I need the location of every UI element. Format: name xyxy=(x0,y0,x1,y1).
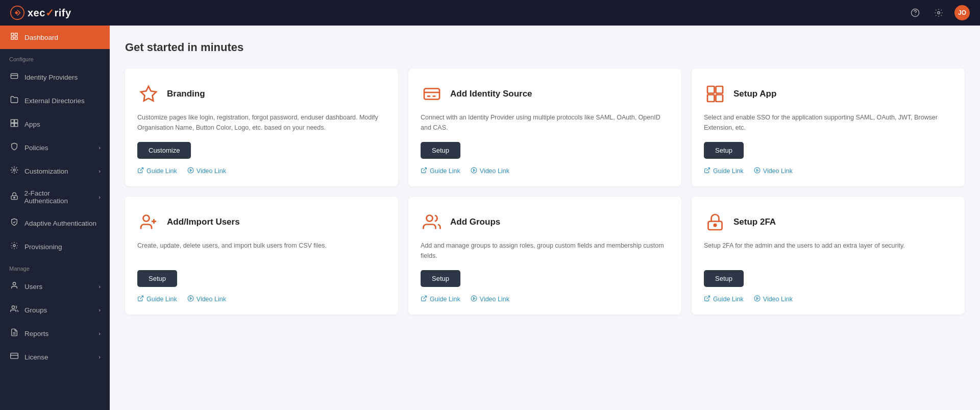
license-icon xyxy=(9,352,19,362)
identity-source-guide-link[interactable]: Guide Link xyxy=(421,167,460,175)
svg-point-39 xyxy=(754,167,760,173)
settings-button[interactable] xyxy=(931,5,946,20)
sidebar-item-policies[interactable]: Policies › xyxy=(0,136,110,159)
card-add-users-title: Add/Import Users xyxy=(167,217,240,227)
branding-video-link[interactable]: Video Link xyxy=(187,167,226,175)
customization-chevron-icon: › xyxy=(99,168,101,174)
video-icon xyxy=(187,167,194,175)
manage-section-label: Manage xyxy=(0,258,110,275)
card-add-groups-links: Guide Link Video Link xyxy=(421,295,669,303)
add-groups-setup-button[interactable]: Setup xyxy=(421,270,460,287)
guide-icon-4 xyxy=(137,295,144,303)
card-add-groups: Add Groups Add and manage groups to assi… xyxy=(408,197,681,315)
svg-point-13 xyxy=(13,169,15,171)
add-groups-video-link[interactable]: Video Link xyxy=(471,295,509,303)
user-avatar[interactable]: JO xyxy=(954,5,970,20)
svg-rect-11 xyxy=(11,124,14,127)
svg-marker-55 xyxy=(756,297,758,299)
add-users-guide-link[interactable]: Guide Link xyxy=(137,295,177,303)
video-icon-4 xyxy=(187,295,194,303)
sidebar-item-customization[interactable]: Customization › xyxy=(0,159,110,183)
setup-2fa-setup-button[interactable]: Setup xyxy=(704,270,744,287)
card-setup-app-header: Setup App xyxy=(704,83,952,105)
svg-point-17 xyxy=(13,282,15,285)
video-icon-5 xyxy=(471,295,477,303)
card-branding: Branding Customize pages like login, reg… xyxy=(125,68,398,186)
add-users-video-link[interactable]: Video Link xyxy=(187,295,226,303)
setup-2fa-guide-link[interactable]: Guide Link xyxy=(704,295,744,303)
header: xec✓rify JO xyxy=(0,0,980,26)
svg-rect-9 xyxy=(11,119,14,123)
card-branding-title: Branding xyxy=(167,89,205,99)
add-users-setup-button[interactable]: Setup xyxy=(137,270,177,287)
card-setup-2fa-links: Guide Link Video Link xyxy=(704,295,952,303)
identity-providers-icon xyxy=(9,72,19,82)
svg-rect-8 xyxy=(11,74,17,78)
sidebar-item-dashboard[interactable]: Dashboard xyxy=(0,26,110,49)
sidebar-item-reports[interactable]: Reports › xyxy=(0,322,110,345)
sidebar-item-2fa[interactable]: 2-Factor Authentication › xyxy=(0,183,110,211)
svg-point-3 xyxy=(938,12,940,14)
svg-rect-15 xyxy=(13,197,15,198)
card-setup-2fa: Setup 2FA Setup 2FA for the admin and th… xyxy=(692,197,965,315)
sidebar-item-identity-providers[interactable]: Identity Providers xyxy=(0,65,110,89)
cards-grid: Branding Customize pages like login, reg… xyxy=(125,68,965,315)
help-icon xyxy=(911,8,920,17)
card-add-users-description: Create, update, delete users, and import… xyxy=(137,240,386,261)
guide-icon-6 xyxy=(704,295,710,303)
sidebar-item-license[interactable]: License › xyxy=(0,345,110,369)
sidebar: Dashboard Configure Identity Providers E… xyxy=(0,26,110,410)
branding-customize-button[interactable]: Customize xyxy=(137,142,191,159)
card-add-users-links: Guide Link Video Link xyxy=(137,295,386,303)
add-groups-guide-link[interactable]: Guide Link xyxy=(421,295,460,303)
card-add-identity-source: Add Identity Source Connect with an Iden… xyxy=(408,68,681,186)
sidebar-item-groups[interactable]: Groups › xyxy=(0,298,110,322)
svg-rect-37 xyxy=(716,95,723,102)
sidebar-dashboard-label: Dashboard xyxy=(24,34,58,41)
2fa-chevron-icon: › xyxy=(99,194,101,200)
reports-chevron-icon: › xyxy=(99,330,101,336)
provisioning-icon xyxy=(9,242,19,252)
setup-app-guide-link[interactable]: Guide Link xyxy=(704,167,744,175)
adaptive-auth-icon xyxy=(9,218,19,228)
svg-marker-50 xyxy=(473,297,475,299)
sidebar-item-adaptive-auth[interactable]: Adaptive Authentication xyxy=(0,211,110,235)
logo-text: xec✓rify xyxy=(28,7,71,19)
sidebar-provisioning-label: Provisioning xyxy=(24,243,62,251)
svg-line-53 xyxy=(706,296,709,299)
add-import-users-icon xyxy=(137,211,160,233)
apps-icon xyxy=(9,119,19,129)
sidebar-item-users[interactable]: Users › xyxy=(0,275,110,298)
card-identity-source-header: Add Identity Source xyxy=(421,83,669,105)
card-setup-app-description: Select and enable SSO for the applicatio… xyxy=(704,112,952,133)
guide-icon xyxy=(137,167,144,175)
setup-app-setup-button[interactable]: Setup xyxy=(704,142,744,159)
card-add-groups-title: Add Groups xyxy=(450,217,500,227)
dashboard-icon xyxy=(9,32,19,42)
svg-point-49 xyxy=(471,296,477,301)
sidebar-item-external-directories[interactable]: External Directories xyxy=(0,89,110,112)
sidebar-item-apps[interactable]: Apps xyxy=(0,112,110,136)
logo: xec✓rify xyxy=(10,6,71,20)
external-directories-icon xyxy=(9,95,19,106)
svg-point-45 xyxy=(188,296,193,301)
svg-rect-4 xyxy=(11,33,14,36)
card-add-groups-description: Add and manage groups to assign roles, g… xyxy=(421,240,669,261)
card-branding-links: Guide Link Video Link xyxy=(137,167,386,175)
svg-line-31 xyxy=(423,168,426,171)
identity-source-setup-button[interactable]: Setup xyxy=(421,142,460,159)
sidebar-item-provisioning[interactable]: Provisioning xyxy=(0,235,110,258)
groups-chevron-icon: › xyxy=(99,307,101,313)
branding-guide-link[interactable]: Guide Link xyxy=(137,167,177,175)
identity-source-video-link[interactable]: Video Link xyxy=(471,167,509,175)
users-chevron-icon: › xyxy=(99,283,101,290)
setup-2fa-video-link[interactable]: Video Link xyxy=(754,295,793,303)
setup-app-video-link[interactable]: Video Link xyxy=(754,167,793,175)
svg-rect-27 xyxy=(424,89,439,100)
help-button[interactable] xyxy=(908,5,923,20)
groups-icon xyxy=(9,305,19,315)
sidebar-license-label: License xyxy=(24,353,48,361)
app-body: Dashboard Configure Identity Providers E… xyxy=(0,26,980,410)
svg-point-32 xyxy=(471,167,477,173)
svg-rect-14 xyxy=(11,196,17,199)
